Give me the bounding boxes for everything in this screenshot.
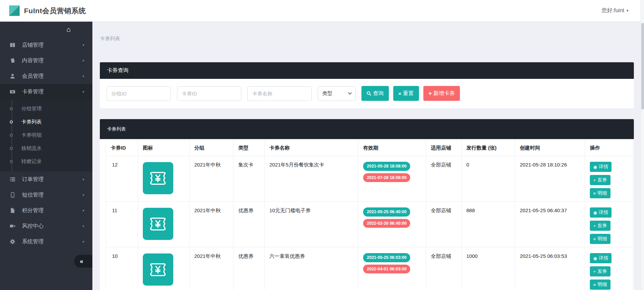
col-header: 适用店铺 [426,140,462,156]
sidebar-item-content[interactable]: 内容管理 ▾ [0,53,92,68]
sidebar-item-coupon-detail[interactable]: 卡券明细 [0,129,92,142]
col-header: 卡券名称 [265,140,358,156]
sidebar-item-points[interactable]: 积分管理 ▾ [0,203,92,218]
app-title: FuInt会员营销系统 [24,6,86,16]
col-header: 发行数量 (张) [462,140,515,156]
main-content: 卡券列表 卡券查询 类型 查询 × 重置 + 新增卡券 [92,22,641,290]
sidebar-item-redeem-flow[interactable]: 核销流水 [0,142,92,155]
bullet-icon [10,147,13,150]
items-button[interactable]: ≡明细 [590,234,610,244]
detail-button[interactable]: ◉详情 [590,162,612,172]
table-row: 12 2021年中秋 集次卡 2021年5月份餐饮集次卡 2021-05-28 … [106,156,633,202]
coupon-icon: 0 [9,89,16,95]
coupon-name-input[interactable] [247,86,312,101]
content-icon [9,58,16,64]
items-button[interactable]: ≡明细 [590,188,610,198]
home-icon: ⌂ [66,25,71,34]
chevron-down-icon [348,91,352,94]
coupon-name: 2021年5月份餐饮集次卡 [265,156,358,202]
search-button[interactable]: 查询 [361,86,389,101]
app-logo-icon [9,5,20,16]
coupon-stores: 全部店铺 [426,202,462,247]
plus-icon: + [593,224,596,228]
sidebar-collapse-button[interactable]: « [74,255,92,268]
eye-icon: ◉ [593,256,597,261]
member-icon [9,73,16,79]
detail-button[interactable]: ◉详情 [590,253,612,263]
sidebar-item-coupon-list[interactable]: 卡券列表 [0,115,92,129]
sidebar-item-system[interactable]: 系统管理 ▾ [0,234,92,249]
bullet-icon [10,107,13,110]
col-header: 图标 [138,140,190,156]
bullet-icon [10,134,13,137]
coupon-list-title: 卡券列表 [100,119,634,139]
chevron-down-icon: ▾ [626,8,628,13]
eye-icon: ◉ [593,210,597,215]
chevron-down-icon: ▾ [82,177,84,182]
collapse-icon: « [80,258,83,265]
search-icon [367,91,371,96]
chevron-down-icon: ▾ [82,240,84,244]
order-icon [9,176,16,182]
coupon-name: 10元无门槛电子券 [265,202,358,247]
coupon-group: 2021年中秋 [190,202,234,247]
type-select-value: 类型 [322,90,332,97]
chevron-down-icon: ▾ [82,43,84,47]
coupon-issued: 1000 [462,247,515,290]
issue-button[interactable]: +发券 [590,175,610,185]
shop-icon [9,42,16,48]
valid-from-badge: 2021-05-25 06:03:00 [363,253,410,262]
sidebar-nav: 店铺管理 ▾ 内容管理 ▾ 会员管理 ▾ 0 卡券管理 ▾ 分组管理 [0,37,92,249]
user-menu[interactable]: 您好:fuint ▾ [602,7,628,14]
sidebar: ⌂ 店铺管理 ▾ 内容管理 ▾ 会员管理 ▾ 0 卡券管理 ▾ 分组管理 [0,22,92,290]
chevron-down-icon: ▾ [82,74,84,79]
reset-button[interactable]: × 重置 [393,86,419,101]
vertical-scrollbar[interactable] [641,0,644,290]
issue-button[interactable]: +发券 [590,221,610,231]
user-greeting: 您好:fuint [602,7,624,14]
coupon-id: 11 [106,202,138,247]
items-button[interactable]: ≡明细 [590,280,610,290]
add-coupon-button[interactable]: + 新增卡券 [423,86,460,101]
col-header: 创建时间 [515,140,585,156]
table-row: 10 2021年中秋 优惠券 六一童装优惠券 2021-05-25 06:03:… [106,247,633,290]
search-form: 类型 查询 × 重置 + 新增卡券 [100,79,634,108]
search-panel-title: 卡券查询 [100,62,634,79]
sidebar-item-risk[interactable]: 风控中心 ▾ [0,218,92,234]
row-actions: ◉详情 +发券 ≡明细 [585,247,633,290]
plus-icon: + [593,178,596,182]
scrollbar-thumb[interactable] [641,23,644,109]
coupon-created: 2021-05-25 06:03:53 [515,247,585,290]
group-id-input[interactable] [107,86,171,101]
plus-icon: + [593,269,596,274]
chevron-down-icon: ▾ [82,59,84,63]
coupon-stores: 全部店铺 [426,156,462,202]
sidebar-item-members[interactable]: 会员管理 ▾ [0,68,92,84]
coupon-group: 2021年中秋 [190,247,234,290]
sidebar-item-sms[interactable]: 短信管理 ▾ [0,187,92,203]
coupon-id-input[interactable] [177,86,241,101]
search-panel: 卡券查询 类型 查询 × 重置 + 新增卡券 [100,62,634,108]
coupon-type: 集次卡 [234,156,265,202]
breadcrumb: 卡券列表 [100,36,634,42]
issue-button[interactable]: +发券 [590,266,610,276]
detail-button[interactable]: ◉详情 [590,207,612,218]
coupon-list-panel: 卡券列表 卡券ID 图标 分组 类型 卡券名称 有效期 适用店铺 [100,119,634,290]
list-icon: ≡ [593,283,596,287]
sidebar-item-coupons[interactable]: 0 卡券管理 ▾ [0,84,92,99]
valid-from-badge: 2021-05-25 06:40:00 [363,207,410,217]
coupon-created: 2021-05-25 06:40:37 [515,202,585,247]
coupon-type: 优惠券 [234,247,265,290]
home-button[interactable]: ⌂ [0,22,92,37]
sidebar-item-shops[interactable]: 店铺管理 ▾ [0,37,92,53]
coupon-ticket-icon [143,208,173,240]
row-actions: ◉详情 +发券 ≡明细 [585,156,633,202]
sidebar-item-orders[interactable]: 订单管理 ▾ [0,172,92,187]
coupon-validity: 2021-05-25 06:03:00 2022-04-01 06:03:00 [358,247,426,290]
bullet-icon [10,160,13,163]
sidebar-item-group-management[interactable]: 分组管理 [0,102,92,115]
col-header: 操作 [585,140,633,156]
type-select[interactable]: 类型 [318,86,356,101]
chevron-down-icon: ▾ [82,208,84,213]
sidebar-item-transfer-records[interactable]: 转赠记录 [0,155,92,168]
